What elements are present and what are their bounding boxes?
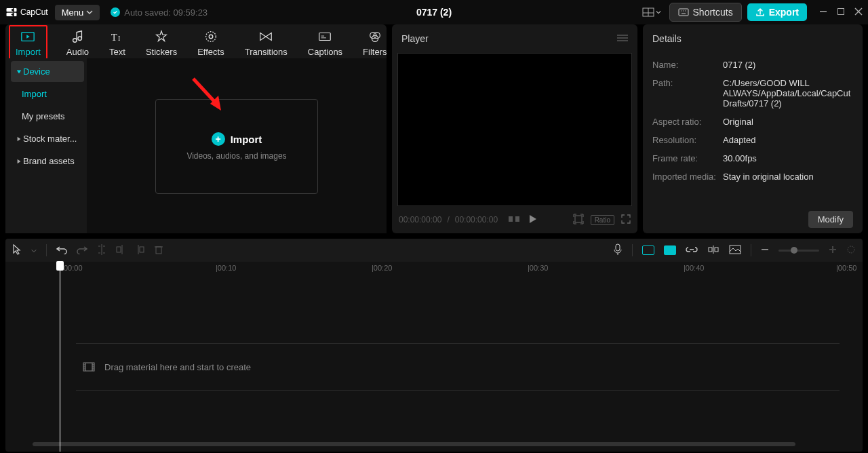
- sidebar-item-stock[interactable]: Stock mater...: [11, 128, 84, 149]
- close-button[interactable]: [854, 7, 863, 18]
- minimize-button[interactable]: [819, 7, 827, 18]
- time-ruler[interactable]: 00:00 |00:10 |00:20 |00:30 |00:40 |00:50: [5, 262, 863, 277]
- undo-button[interactable]: [56, 245, 67, 256]
- ratio-button[interactable]: Ratio: [591, 215, 614, 225]
- timeline-scrollbar[interactable]: [33, 442, 835, 449]
- detail-row-name: Name: 0717 (2): [652, 60, 853, 70]
- svg-rect-44: [509, 216, 513, 222]
- selection-tool[interactable]: [12, 244, 22, 257]
- record-audio-button[interactable]: [613, 243, 623, 258]
- play-button[interactable]: [529, 214, 537, 226]
- media-tabs: Import Audio TI Text Stickers Effects Tr…: [5, 24, 387, 58]
- compare-icon: [509, 215, 519, 223]
- redo-button[interactable]: [77, 245, 87, 256]
- delete-left-button[interactable]: [116, 244, 125, 257]
- shortcuts-button[interactable]: Shortcuts: [669, 3, 742, 22]
- zoom-slider[interactable]: [778, 250, 819, 252]
- player-video[interactable]: [397, 53, 632, 206]
- transitions-icon: [258, 29, 273, 44]
- svg-rect-7: [679, 9, 688, 16]
- svg-rect-47: [575, 216, 582, 222]
- auto-save-text: Auto saved: 09:59:23: [124, 7, 208, 18]
- sidebar-item-import[interactable]: Import: [11, 83, 84, 104]
- player-controls: 00:00:00:00 / 00:00:00:00 Ratio: [392, 206, 637, 233]
- minus-icon: [761, 245, 769, 254]
- zoom-slider-thumb[interactable]: [791, 247, 797, 254]
- logo: CapCut: [5, 6, 48, 18]
- import-title: Import: [231, 134, 262, 145]
- trash-icon: [154, 244, 163, 255]
- tab-transitions[interactable]: Transitions: [243, 26, 289, 60]
- scroll-thumb[interactable]: [33, 442, 795, 446]
- time-current: 00:00:00:00: [399, 215, 441, 224]
- timeline[interactable]: 00:00 |00:10 |00:20 |00:30 |00:40 |00:50…: [5, 262, 863, 452]
- modify-button[interactable]: Modify: [808, 211, 853, 228]
- timeline-drop-zone[interactable]: Drag material here and start to create: [76, 343, 840, 391]
- tab-stickers-label: Stickers: [146, 47, 177, 57]
- detail-row-resolution: Resolution: Adapted: [652, 135, 853, 145]
- svg-rect-45: [515, 216, 519, 222]
- detail-value: 0717 (2): [723, 60, 853, 70]
- zoom-fit-button[interactable]: [846, 245, 856, 256]
- cover-button[interactable]: [729, 245, 741, 256]
- tab-audio[interactable]: Audio: [65, 26, 90, 60]
- split-button[interactable]: [97, 244, 106, 257]
- svg-rect-13: [838, 8, 844, 14]
- time-tick: 00:00: [64, 264, 83, 272]
- detail-row-aspect: Aspect ratio: Original: [652, 117, 853, 127]
- tab-import[interactable]: Import: [9, 25, 47, 61]
- timeline-tracks[interactable]: Drag material here and start to create: [5, 277, 863, 442]
- tab-text[interactable]: TI Text: [108, 26, 127, 60]
- fullscreen-button[interactable]: [621, 214, 631, 226]
- sidebar-item-device[interactable]: Device: [11, 61, 84, 82]
- sidebar-item-brand[interactable]: Brand assets: [11, 151, 84, 172]
- tab-stickers[interactable]: Stickers: [144, 26, 178, 60]
- detail-label: Path:: [652, 78, 723, 109]
- mic-icon: [613, 243, 623, 256]
- filters-icon: [368, 29, 382, 44]
- tab-effects[interactable]: Effects: [196, 26, 226, 60]
- zoom-in-button[interactable]: [829, 245, 837, 256]
- menu-button[interactable]: Menu: [55, 5, 100, 20]
- details-title: Details: [652, 33, 682, 44]
- detail-label: Name:: [652, 60, 723, 70]
- selection-dropdown[interactable]: [31, 245, 37, 256]
- text-icon: TI: [110, 29, 125, 44]
- zoom-out-button[interactable]: [761, 245, 769, 256]
- tab-transitions-label: Transitions: [245, 47, 288, 57]
- maximize-button[interactable]: [837, 7, 845, 18]
- link-icon: [686, 245, 698, 254]
- tab-captions[interactable]: Captions: [307, 26, 344, 60]
- player-menu-button[interactable]: [617, 33, 628, 44]
- split-icon: [97, 244, 106, 255]
- link-button[interactable]: [686, 245, 698, 256]
- tab-filters[interactable]: Filters: [361, 26, 388, 60]
- svg-rect-61: [709, 248, 712, 252]
- playhead-handle[interactable]: [56, 261, 64, 271]
- triangle-down-icon: [16, 69, 22, 75]
- playhead[interactable]: [60, 262, 60, 452]
- main-track-magnet-button[interactable]: [642, 245, 654, 255]
- player-title: Player: [401, 33, 429, 44]
- scale-button[interactable]: [573, 214, 584, 226]
- detail-label: Frame rate:: [652, 153, 723, 163]
- track-icon: [642, 245, 654, 255]
- separator: [46, 244, 47, 256]
- delete-button[interactable]: [154, 244, 163, 257]
- close-icon: [854, 7, 863, 16]
- export-label: Export: [769, 7, 799, 18]
- export-button[interactable]: Export: [747, 3, 807, 21]
- preview-axis-button[interactable]: [707, 245, 719, 256]
- app-name: CapCut: [20, 7, 48, 17]
- auto-save-status: Auto saved: 09:59:23: [111, 7, 208, 18]
- svg-point-67: [848, 246, 854, 253]
- captions-icon: [317, 29, 332, 44]
- compare-button[interactable]: [509, 215, 519, 225]
- scale-icon: [573, 214, 584, 224]
- sidebar-item-presets[interactable]: My presets: [11, 106, 84, 127]
- time-tick: |00:10: [216, 264, 236, 272]
- layout-button[interactable]: [639, 3, 664, 21]
- import-box[interactable]: + Import Videos, audios, and images: [155, 99, 318, 194]
- auto-snap-button[interactable]: [664, 245, 676, 255]
- delete-right-button[interactable]: [135, 244, 144, 257]
